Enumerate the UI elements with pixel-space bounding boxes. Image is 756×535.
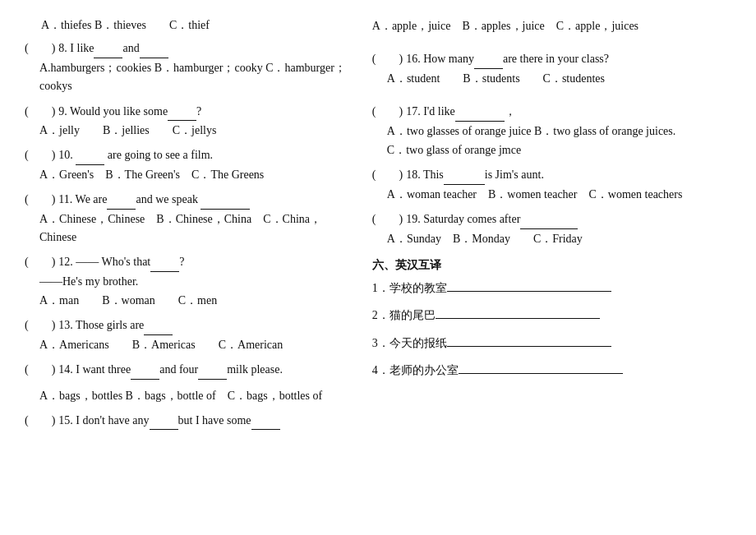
q16-paren: ( )	[372, 50, 403, 68]
main-page: A．thiefes B．thieves C．thief ( ) 8. I lik…	[25, 16, 731, 436]
q14-blank2	[198, 379, 227, 380]
q15-line: ( ) 15. I don't have anybut I have some	[25, 412, 356, 430]
translation-blank-1	[447, 291, 611, 292]
q12-blank	[150, 271, 179, 272]
translation-item-2: 2．猫的尾巴	[372, 305, 731, 325]
q12-body: 12. —— Who's that?	[58, 253, 184, 271]
q16-body: 16. How manyare there in your class?	[406, 50, 609, 68]
q19-paren: ( )	[372, 210, 403, 228]
section-6: 六、英汉互译 1．学校的教室 2．猫的尾巴 3．今天的报纸 4．老师的办公室	[372, 256, 731, 380]
intro-options: A．thiefes B．thieves C．thief	[25, 16, 356, 35]
q14-options: A．bags，bottles B．bags，bottle of C．bags，b…	[25, 387, 356, 405]
q11-blank1	[107, 209, 136, 210]
q19-options: A．Sunday B．Monday C．Friday	[372, 230, 731, 248]
q8-line: ( ) 8. I likeand	[25, 39, 356, 58]
question-19: ( ) 19. Saturday comes after A．Sunday B．…	[372, 210, 731, 248]
translation-item-4: 4．老师的办公室	[372, 360, 731, 380]
question-17: ( ) 17. I'd like， A．two glasses of orang…	[372, 103, 731, 159]
question-10: ( ) 10. are going to see a film. A．Green…	[25, 146, 356, 184]
q18-paren: ( )	[372, 166, 403, 184]
q18-body: 18. Thisis Jim's aunt.	[406, 166, 544, 184]
q17-blank	[455, 121, 505, 122]
q9-options: A．jelly B．jellies C．jellys	[25, 122, 356, 140]
apple-opts: A．apple，juice B．apples，juice C．apple，jui…	[372, 17, 731, 35]
q10-paren: ( )	[25, 146, 55, 164]
q17-options-line2: C．two glass of orange jmce	[372, 141, 731, 159]
q11-options: A．Chinese，Chinese B．Chinese，China C．Chin…	[25, 210, 356, 247]
q11-body: 11. We areand we speak	[58, 191, 250, 209]
q13-blank	[144, 334, 173, 335]
translation-item-1: 1．学校的教室	[372, 278, 731, 298]
q13-options: A．Americans B．Americas C．American	[25, 336, 356, 354]
question-9: ( ) 9. Would you like some? A．jelly B．je…	[25, 103, 356, 141]
question-13: ( ) 13. Those girls are A．Americans B．Am…	[25, 316, 356, 354]
translation-blank-4	[459, 373, 623, 374]
apple-options: A．apple，juice B．apples，juice C．apple，jui…	[372, 17, 731, 35]
q18-line: ( ) 18. Thisis Jim's aunt.	[372, 166, 731, 184]
q15-body: 15. I don't have anybut I have some	[58, 412, 279, 430]
q16-line: ( ) 16. How manyare there in your class?	[372, 50, 731, 68]
translation-item-3: 3．今天的报纸	[372, 333, 731, 353]
q14-line: ( ) 14. I want threeand fourmilk please.	[25, 361, 356, 379]
q12-sub: ——He's my brother.	[25, 273, 356, 291]
q12-paren: ( )	[25, 253, 55, 271]
q13-body: 13. Those girls are	[58, 316, 173, 334]
question-14: ( ) 14. I want threeand fourmilk please.…	[25, 361, 356, 405]
right-column: A．apple，juice B．apples，juice C．apple，jui…	[364, 16, 731, 436]
q15-blank2	[251, 429, 280, 430]
q10-body: 10. are going to see a film.	[58, 146, 213, 164]
q8-options: A.hamburgers；cookies B．hamburger；cooky C…	[25, 59, 356, 96]
q9-line: ( ) 9. Would you like some?	[25, 103, 356, 121]
question-11: ( ) 11. We areand we speak A．Chinese，Chi…	[25, 191, 356, 247]
question-15: ( ) 15. I don't have anybut I have some	[25, 412, 356, 430]
q11-blank2	[201, 209, 250, 210]
q18-options: A．woman teacher B．women teacher C．women …	[372, 186, 731, 204]
q11-paren: ( )	[25, 191, 55, 209]
q12-line: ( ) 12. —— Who's that?	[25, 253, 356, 271]
q19-blank	[520, 228, 578, 229]
question-12: ( ) 12. —— Who's that? ——He's my brother…	[25, 253, 356, 310]
intro-text: A．thiefes B．thieves C．thief	[41, 19, 210, 31]
left-column: A．thiefes B．thieves C．thief ( ) 8. I lik…	[25, 16, 364, 436]
q9-body: 9. Would you like some?	[58, 103, 201, 121]
q17-options-line1: A．two glasses of orange juice B．two glas…	[372, 122, 731, 141]
q16-blank	[474, 68, 503, 69]
q17-line: ( ) 17. I'd like，	[372, 103, 731, 121]
q9-paren: ( )	[25, 103, 55, 121]
q11-line: ( ) 11. We areand we speak	[25, 191, 356, 209]
translation-blank-2	[436, 318, 600, 319]
question-8: ( ) 8. I likeand A.hamburgers；cookies B．…	[25, 39, 356, 95]
q14-blank1	[131, 379, 159, 380]
question-18: ( ) 18. Thisis Jim's aunt. A．woman teach…	[372, 166, 731, 204]
q8-blank2	[140, 58, 168, 58]
q16-options: A．student B．students C．studentes	[372, 70, 731, 88]
q8-body: 8. I likeand	[58, 39, 168, 58]
q15-paren: ( )	[25, 412, 55, 430]
q17-body: 17. I'd like，	[406, 103, 516, 121]
q13-paren: ( )	[25, 316, 55, 334]
q10-line: ( ) 10. are going to see a film.	[25, 146, 356, 164]
q8-paren: ( )	[25, 39, 55, 58]
q17-paren: ( )	[372, 103, 403, 121]
q15-blank1	[150, 429, 178, 430]
q12-options: A．man B．woman C．men	[25, 292, 356, 310]
question-16: ( ) 16. How manyare there in your class?…	[372, 50, 731, 88]
q8-blank1	[94, 58, 122, 58]
q10-options: A．Green's B．The Green's C．The Greens	[25, 166, 356, 184]
q14-paren: ( )	[25, 361, 55, 379]
q13-line: ( ) 13. Those girls are	[25, 316, 356, 334]
section6-title: 六、英汉互译	[372, 256, 731, 274]
q19-body: 19. Saturday comes after	[406, 210, 578, 228]
q18-blank	[444, 184, 485, 185]
q19-line: ( ) 19. Saturday comes after	[372, 210, 731, 228]
q10-blank	[76, 164, 104, 165]
translation-blank-3	[447, 346, 611, 347]
q14-body: 14. I want threeand fourmilk please.	[58, 361, 283, 379]
q9-blank	[168, 120, 196, 121]
